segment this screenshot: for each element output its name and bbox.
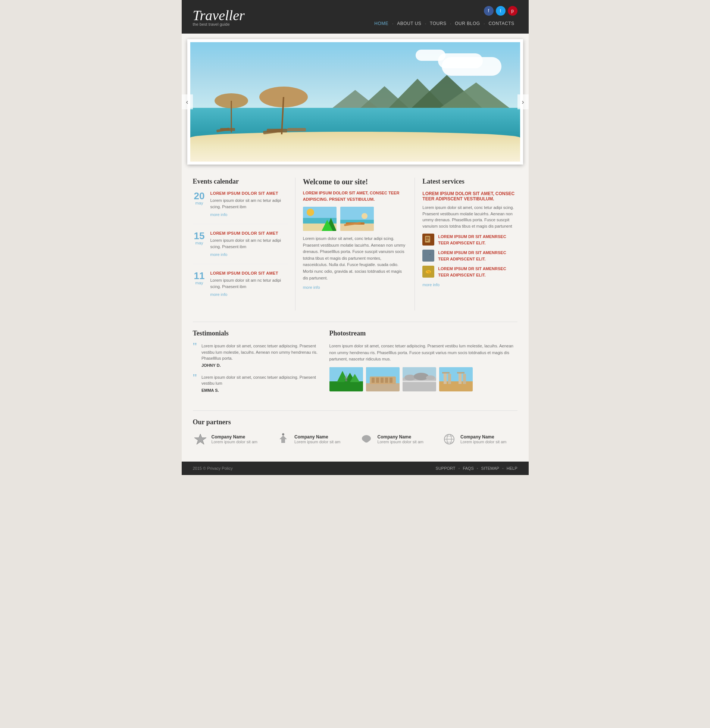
testimonial-text: Lorem ipsum dolor sit amet, consec tetue… [201,343,318,362]
service-item: LOREM IPSUM DR SIT AMENRSEC TEER ADIPISC… [422,250,517,262]
testimonial-item: " Lorem ipsum dolor sit amet, consec tet… [193,343,318,368]
partner-desc: Lorem ipsum dolor sit am [212,440,258,444]
welcome-title: Welcome to our site! [303,178,407,186]
photo-thumb[interactable] [366,367,400,391]
partner-name: Company Name [378,434,424,440]
photo-thumb[interactable] [403,367,436,391]
svg-rect-62 [457,372,465,374]
service-text: LOREM IPSUM DR SIT AMENRSEC TEER ADIPISC… [438,266,517,278]
event-day: 15 [193,231,206,241]
nav-about[interactable]: ABOUT US [394,19,424,28]
site-logo: Traveller [193,7,245,24]
testimonial-author: EMMA S. [201,388,318,393]
svg-rect-27 [426,237,429,238]
photo-grid [329,367,517,391]
svg-rect-57 [444,373,447,384]
service-book-icon [422,234,434,246]
photostream-title: Photostream [329,329,517,337]
facebook-icon[interactable]: f [484,6,494,16]
partner-desc: Lorem ipsum dolor sit am [294,440,341,444]
nav-blog[interactable]: OUR BLOG [452,19,483,28]
service-text: LOREM IPSUM DR SIT AMENRSEC TEER ADIPISC… [438,234,517,246]
nav-contacts[interactable]: CONTACTS [485,19,517,28]
event-item: 15 may LOREM IPSUM DOLOR SIT AMET Lorem … [193,231,288,264]
svg-point-52 [414,373,429,380]
partner-item: Company Name Lorem ipsum dolor sit am [193,432,269,447]
services-title: Latest services [422,178,517,185]
svg-marker-63 [194,434,206,444]
quote-icon: " [193,372,197,393]
svg-rect-13 [287,128,306,131]
footer-support-link[interactable]: SUPPORT [436,466,456,471]
partners-section: Our partners Company Name Lorem ipsum do… [193,410,517,447]
partner-icon [442,432,457,447]
partner-name: Company Name [460,434,507,440]
main-nav: HOME • ABOUT US • TOURS • OUR BLOG • CON… [371,19,517,28]
event-text: Lorem ipsum dolor sit am nc tetur adipi … [210,197,288,210]
event-day: 20 [193,191,206,201]
svg-rect-35 [329,381,363,391]
services-intro-text: Lorem ipsum dolor sit amet, conc tetur a… [422,204,517,229]
svg-point-32 [427,271,428,272]
event-date: 11 may [193,271,206,297]
svg-rect-61 [442,372,450,374]
svg-point-25 [362,213,367,219]
footer-copyright: 2015 © Privacy Policy [193,466,233,471]
nav-tours[interactable]: TOURS [427,19,449,28]
event-item: 11 may LOREM IPSUM DOLOR SIT AMET Lorem … [193,271,288,304]
event-title: LOREM IPSUM DOLOR SIT AMET [210,231,288,235]
welcome-image-beach [303,207,337,231]
svg-rect-42 [366,383,400,391]
partner-item: Company Name Lorem ipsum dolor sit am [442,432,517,447]
partner-icon [193,432,208,447]
testimonial-text: Lorem ipsum dolor sit amet, consec tetue… [201,374,318,387]
photo-thumb[interactable] [439,367,473,391]
hero-slider: ‹ › [182,39,529,165]
welcome-more-link[interactable]: more info [303,285,320,290]
event-more-link[interactable]: more info [210,292,228,297]
testimonials-title: Testimonials [193,329,318,337]
event-day: 11 [193,271,206,281]
event-text: Lorem ipsum dolor sit am nc tetur adipi … [210,277,288,290]
footer-faqs-link[interactable]: FAQS [463,466,473,471]
footer: 2015 © Privacy Policy SUPPORT • FAQS • S… [182,462,529,475]
event-more-link[interactable]: more info [210,252,228,257]
svg-rect-54 [403,381,436,382]
footer-sitemap-link[interactable]: SITEMAP [481,466,499,471]
pinterest-icon[interactable]: p [508,6,517,16]
site-tagline: the best travel guide [193,22,245,26]
partner-name: Company Name [212,434,258,440]
slider-prev-button[interactable]: ‹ [182,94,193,109]
partner-item: Company Name Lorem ipsum dolor sit am [276,432,351,447]
photostream-text: Lorem ipsum dolor sit amet, consec tetue… [329,343,517,363]
nav-home[interactable]: HOME [371,19,391,28]
event-more-link[interactable]: more info [210,212,228,217]
footer-help-link[interactable]: HELP [507,466,517,471]
welcome-body: Lorem ipsum dolor sit amet, conc tetur a… [303,235,407,281]
photo-thumb[interactable] [329,367,363,391]
service-item: LOREM IPSUM DR SIT AMENRSEC TEER ADIPISC… [422,234,517,246]
svg-rect-60 [463,374,466,384]
photostream-column: Photostream Lorem ipsum dolor sit amet, … [329,329,517,399]
partner-desc: Lorem ipsum dolor sit am [378,440,424,444]
partner-desc: Lorem ipsum dolor sit am [460,440,507,444]
events-column: Events calendar 20 may LOREM IPSUM DOLOR… [193,178,295,310]
svg-point-51 [404,375,416,381]
event-date: 15 may [193,231,206,257]
welcome-subtitle: LOREM IPSUM DOLOR SIT AMET, CONSEC TEER … [303,190,407,202]
services-column: Latest services LOREM IPSUM DOLOR SIT AM… [415,178,517,310]
svg-rect-29 [426,240,428,241]
event-item: 20 may LOREM IPSUM DOLOR SIT AMET Lorem … [193,191,288,224]
event-title: LOREM IPSUM DOLOR SIT AMET [210,271,288,275]
svg-point-31 [426,270,431,273]
slider-next-button[interactable]: › [517,94,529,109]
event-title: LOREM IPSUM DOLOR SIT AMET [210,191,288,196]
svg-rect-46 [381,378,384,383]
twitter-icon[interactable]: t [496,6,506,16]
partner-item: Company Name Lorem ipsum dolor sit am [359,432,435,447]
svg-point-17 [307,209,314,216]
services-more-link[interactable]: more info [422,282,440,287]
svg-rect-44 [372,378,375,383]
service-text: LOREM IPSUM DR SIT AMENRSEC TEER ADIPISC… [438,250,517,262]
svg-point-53 [426,375,435,380]
